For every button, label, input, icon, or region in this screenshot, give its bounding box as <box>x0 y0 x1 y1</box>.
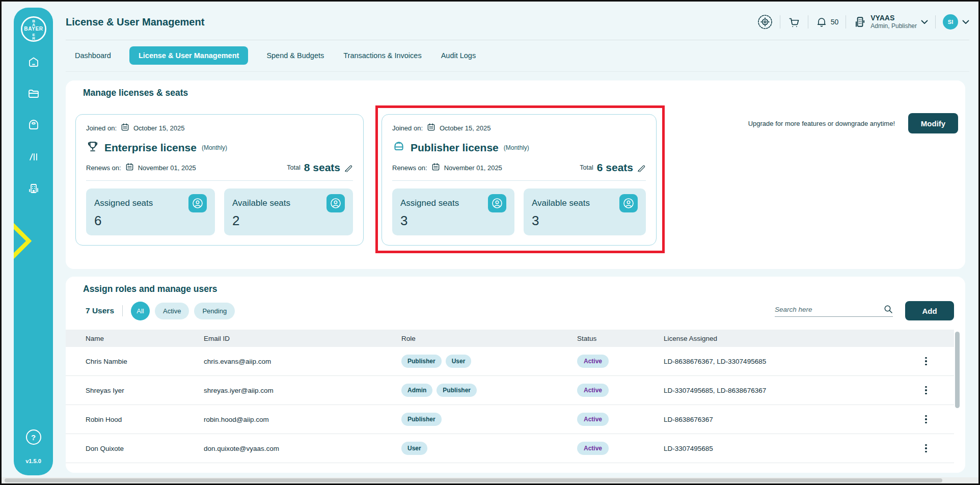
filter-active[interactable]: Active <box>155 303 189 319</box>
upgrade-area: Upgrade for more features or downgrade a… <box>748 113 958 133</box>
cart-icon[interactable] <box>787 15 801 29</box>
assigned-seats-label: Assigned seats <box>400 198 459 208</box>
chevron-down-icon <box>962 20 969 24</box>
column-email: Email ID <box>204 335 401 342</box>
app-version: v1.5.0 <box>25 458 41 464</box>
tabs-divider <box>66 71 969 72</box>
renews-date: November 01, 2025 <box>444 164 502 172</box>
licenses-heading: Manage licenses & seats <box>83 88 188 98</box>
kebab-menu-icon[interactable] <box>909 441 943 456</box>
status-badge: Active <box>577 442 609 455</box>
role-badge: Admin <box>401 384 432 397</box>
licenses-assigned: LD-8638676367, LD-3307495685 <box>664 358 909 365</box>
card-divider <box>392 180 646 181</box>
table-row: Robin Hood robin.hood@aiip.com Publisher… <box>66 405 954 434</box>
notifications-bell-icon[interactable]: 50 <box>815 16 839 28</box>
divider <box>780 15 780 29</box>
person-seat-icon[interactable] <box>188 194 207 212</box>
available-seats-count: 2 <box>232 213 345 229</box>
column-license: License Assigned <box>664 335 909 342</box>
page: BAYER B A E R <box>0 0 980 485</box>
search-input[interactable] <box>775 306 884 313</box>
licenses-assigned: LD-3307495685, LD-8638676367 <box>664 387 909 394</box>
tab-license-user-management[interactable]: License & User Management <box>129 46 248 65</box>
search-icon[interactable] <box>884 305 893 314</box>
org-selector[interactable]: VYAAS Admin, Publisher <box>853 14 928 30</box>
divider <box>846 15 846 29</box>
assigned-seats-count: 6 <box>94 213 207 229</box>
license-name: Publisher license <box>411 142 499 154</box>
tab-transactions-invoices[interactable]: Transactions & Invoices <box>342 46 422 65</box>
person-seat-icon[interactable] <box>619 194 638 212</box>
tab-bar: Dashboard License & User Management Spen… <box>74 45 477 66</box>
home-icon[interactable] <box>27 56 40 69</box>
tab-audit-logs[interactable]: Audit Logs <box>440 46 477 65</box>
sidebar: BAYER B A E R <box>14 8 53 475</box>
user-email: shreyas.iyer@aiip.com <box>204 387 401 394</box>
modify-button[interactable]: Modify <box>908 113 958 133</box>
calendar-icon <box>427 123 435 133</box>
enterprise-license-card: Joined on: October 15, 2025 Enterprise l… <box>75 114 364 246</box>
joined-date: October 15, 2025 <box>133 124 184 132</box>
notifications-count: 50 <box>831 18 839 26</box>
status-badge: Active <box>577 384 609 397</box>
available-seats-label: Available seats <box>532 198 590 208</box>
folder-icon[interactable] <box>27 87 40 100</box>
edit-pencil-icon[interactable] <box>637 163 646 172</box>
chevron-down-icon <box>921 20 928 24</box>
building-icon[interactable] <box>27 182 40 195</box>
table-row: Shreyas Iyer shreyas.iyer@aiip.com Admin… <box>66 376 954 405</box>
assigned-seats-label: Assigned seats <box>94 198 153 208</box>
column-role: Role <box>401 335 577 342</box>
calendar-icon <box>125 163 134 173</box>
renews-on-label: Renews on: <box>392 164 427 172</box>
org-role: Admin, Publisher <box>870 22 917 30</box>
divider <box>935 15 936 29</box>
joined-on-label: Joined on: <box>392 124 423 132</box>
users-heading: Assign roles and manage users <box>83 284 217 294</box>
page-title: License & User Management <box>66 16 204 28</box>
horizontal-scrollbar-thumb[interactable] <box>5 478 942 482</box>
person-seat-icon[interactable] <box>488 194 506 212</box>
tab-spend-budgets[interactable]: Spend & Budgets <box>265 46 325 65</box>
user-email: robin.hood@aiip.com <box>204 416 401 423</box>
table-scrollbar[interactable] <box>955 332 960 408</box>
trophy-icon <box>86 140 99 155</box>
column-status: Status <box>577 335 664 342</box>
user-name: Shreyas Iyer <box>86 387 204 394</box>
billing-cycle: (Monthly) <box>504 144 529 151</box>
bayer-logo-icon: BAYER B A E R <box>20 15 47 43</box>
kebab-menu-icon[interactable] <box>909 354 943 369</box>
role-badge: Publisher <box>401 355 442 368</box>
avatar[interactable]: SI <box>943 14 958 30</box>
bars-icon[interactable] <box>27 150 40 164</box>
kebab-menu-icon[interactable] <box>909 383 943 398</box>
license-name: Enterprise license <box>104 142 197 154</box>
total-seats: 6 seats <box>597 161 633 174</box>
filter-all[interactable]: All <box>131 302 150 320</box>
kebab-menu-icon[interactable] <box>909 412 943 427</box>
users-panel: Assign roles and manage users 7 Users Al… <box>66 277 965 473</box>
available-seats-count: 3 <box>532 213 638 229</box>
joined-on-label: Joined on: <box>86 124 117 132</box>
add-user-button[interactable]: Add <box>905 301 954 320</box>
user-name: Robin Hood <box>86 416 204 423</box>
chevron-decoration-icon <box>14 206 44 276</box>
settings-gear-icon[interactable] <box>757 14 773 30</box>
filter-pills: All Active Pending <box>131 302 235 320</box>
help-icon[interactable]: ? <box>26 429 41 445</box>
table-row: Chris Nambie chris.evans@aiip.com Publis… <box>66 347 954 376</box>
role-badge: User <box>446 355 472 368</box>
bayer-logo[interactable]: BAYER B A E R <box>19 15 48 43</box>
renews-date: November 01, 2025 <box>138 164 196 172</box>
svg-text:R: R <box>32 36 35 41</box>
tab-dashboard[interactable]: Dashboard <box>74 46 112 65</box>
filter-pending[interactable]: Pending <box>194 303 235 319</box>
bag-icon[interactable] <box>27 119 40 132</box>
user-email: don.quixote@vyaas.com <box>204 445 401 452</box>
user-menu[interactable]: SI <box>943 14 969 30</box>
edit-pencil-icon[interactable] <box>344 163 353 172</box>
basket-icon <box>392 140 405 155</box>
renews-on-label: Renews on: <box>86 164 121 172</box>
person-seat-icon[interactable] <box>326 194 345 212</box>
